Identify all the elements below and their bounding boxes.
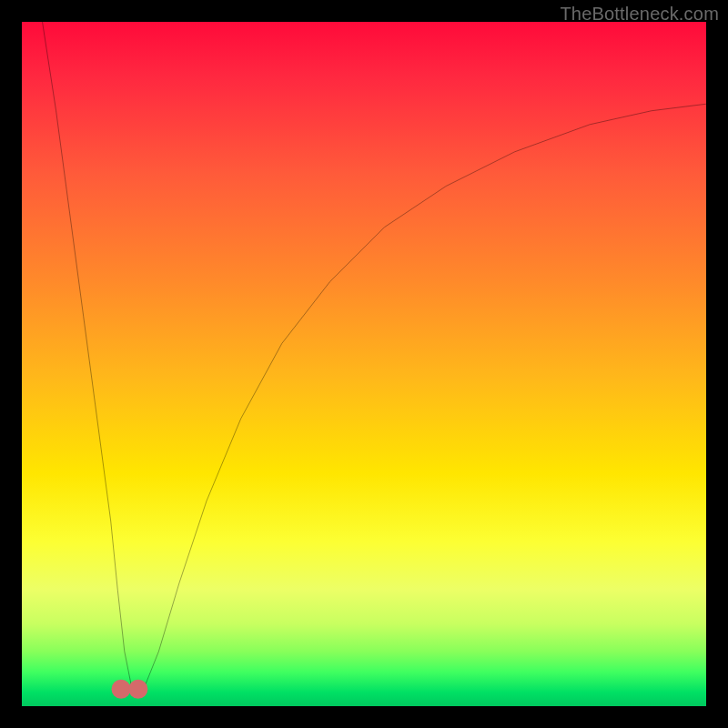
chart-frame: TheBottleneck.com bbox=[0, 0, 728, 728]
plot-area bbox=[22, 22, 706, 706]
watermark-text: TheBottleneck.com bbox=[560, 4, 719, 25]
bottleneck-curve bbox=[43, 22, 706, 693]
curve-layer bbox=[22, 22, 706, 706]
trough-markers bbox=[112, 680, 148, 699]
marker-trough-left bbox=[112, 680, 131, 699]
marker-trough-right bbox=[128, 680, 147, 699]
